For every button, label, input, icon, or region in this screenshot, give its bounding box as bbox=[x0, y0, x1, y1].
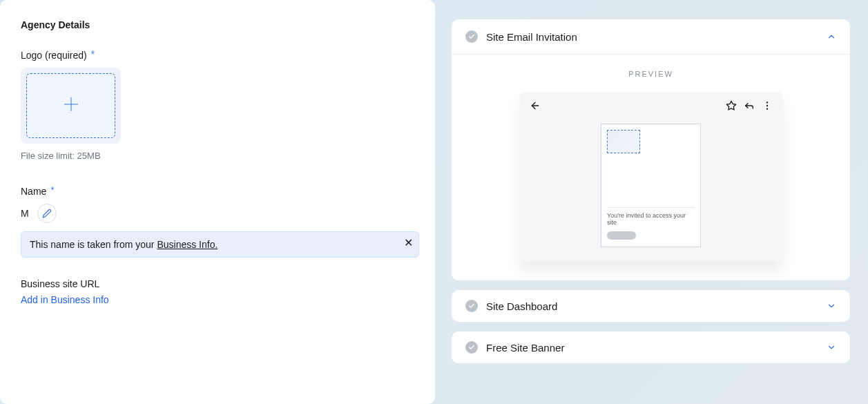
star-icon bbox=[726, 100, 737, 114]
chevron-up-icon bbox=[827, 32, 836, 41]
svg-point-5 bbox=[766, 105, 767, 106]
svg-point-4 bbox=[766, 102, 767, 103]
chevron-down-icon bbox=[827, 343, 836, 352]
email-preview: You're invited to access your site bbox=[520, 92, 782, 261]
check-badge-icon bbox=[465, 341, 478, 354]
preview-panel: Site Email Invitation PREVIEW bbox=[435, 0, 868, 404]
section-title: Agency Details bbox=[21, 19, 414, 30]
add-business-info-link[interactable]: Add in Business Info bbox=[21, 294, 109, 305]
preview-invite-text: You're invited to access your site bbox=[607, 212, 695, 226]
svg-marker-3 bbox=[726, 101, 735, 110]
card-title: Site Dashboard bbox=[486, 300, 818, 312]
logo-label: Logo (required) * bbox=[21, 50, 414, 61]
preview-label: PREVIEW bbox=[465, 70, 836, 78]
preview-logo-placeholder bbox=[607, 130, 640, 153]
business-url-label: Business site URL bbox=[21, 278, 414, 289]
card-title: Site Email Invitation bbox=[486, 31, 818, 43]
card-title: Free Site Banner bbox=[486, 342, 818, 354]
edit-name-button[interactable] bbox=[37, 204, 57, 223]
business-info-link[interactable]: Business Info. bbox=[157, 239, 218, 250]
card-header-dashboard[interactable]: Site Dashboard bbox=[452, 290, 850, 322]
back-arrow-icon bbox=[530, 100, 541, 114]
preview-button-placeholder bbox=[607, 231, 636, 240]
close-info-button[interactable]: ✕ bbox=[404, 236, 413, 249]
name-info-bar: This name is taken from your Business In… bbox=[21, 231, 419, 258]
check-badge-icon bbox=[465, 300, 478, 312]
logo-upload-container bbox=[21, 68, 121, 144]
preview-divider bbox=[607, 207, 695, 208]
name-value: M bbox=[21, 208, 29, 219]
file-size-helper: File size limit: 25MB bbox=[21, 151, 414, 161]
site-dashboard-card: Site Dashboard bbox=[452, 290, 850, 322]
site-email-invitation-card: Site Email Invitation PREVIEW bbox=[452, 19, 850, 280]
agency-details-panel: Agency Details Logo (required) * File si… bbox=[0, 0, 435, 404]
close-icon: ✕ bbox=[404, 237, 413, 249]
pencil-icon bbox=[42, 209, 52, 218]
preview-topbar bbox=[530, 100, 773, 114]
name-label: Name * bbox=[21, 186, 414, 197]
svg-point-6 bbox=[766, 108, 767, 109]
reply-icon bbox=[744, 100, 755, 114]
chevron-down-icon bbox=[827, 301, 836, 311]
required-star-icon: * bbox=[50, 184, 54, 195]
card-header-email[interactable]: Site Email Invitation bbox=[452, 19, 850, 54]
card-body: PREVIEW bbox=[452, 54, 850, 280]
free-site-banner-card: Free Site Banner bbox=[452, 331, 850, 363]
required-star-icon: * bbox=[91, 48, 95, 59]
card-header-banner[interactable]: Free Site Banner bbox=[452, 331, 850, 363]
plus-icon bbox=[61, 95, 81, 117]
preview-email-body: You're invited to access your site bbox=[601, 124, 701, 247]
logo-upload-button[interactable] bbox=[26, 73, 115, 138]
more-vertical-icon bbox=[762, 100, 773, 114]
check-badge-icon bbox=[465, 30, 478, 43]
